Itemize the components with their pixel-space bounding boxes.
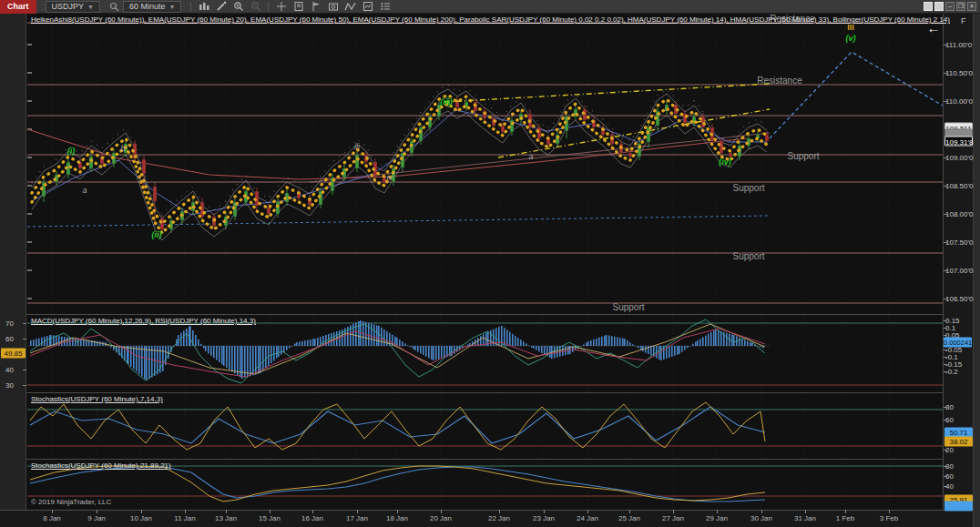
price-tick-label: 111.00'0 [945, 41, 977, 49]
resistance-label: Resistance [757, 76, 801, 86]
rsi-tick-mark [23, 370, 26, 370]
date-label: 1 Feb [836, 514, 854, 522]
zoom-out-icon[interactable] [249, 1, 262, 13]
wave-label: III [847, 23, 854, 32]
macd-tick-mark [944, 320, 947, 321]
stoch-tick-label: 80 [945, 462, 977, 471]
stoch-tick-label: 80 [945, 403, 977, 411]
pencil-icon[interactable] [214, 1, 228, 13]
stoch-tick-label: 20 [945, 446, 977, 454]
panel-icon[interactable] [361, 1, 374, 13]
stoch-tick-mark [944, 486, 947, 487]
search-icon[interactable] [107, 1, 121, 13]
macd-tick-mark [944, 328, 947, 329]
price-tick-mark [944, 299, 947, 299]
crosshair-icon[interactable] [274, 1, 288, 13]
date-tick-mark [673, 510, 674, 513]
macd-tick-mark [944, 335, 947, 336]
minimize-button[interactable]: – [945, 2, 954, 11]
main-price-panel[interactable] [27, 15, 943, 314]
date-tick-mark [587, 510, 588, 513]
date-label: 23 Jan [533, 514, 555, 522]
instrument-select[interactable]: USDJPY ▼ [46, 1, 100, 13]
stoch-value-tag: 38.02 [944, 437, 973, 447]
rsi-tick-mark [23, 323, 26, 324]
support-label: Support [732, 183, 764, 193]
macd-rsi-panel[interactable] [27, 315, 943, 392]
macd-tick-mark [944, 357, 947, 358]
wave-label: a [528, 152, 533, 161]
date-label: 13 Jan [215, 514, 237, 522]
stoch-tick-mark [944, 466, 947, 467]
price-tag: 109.31'8 [944, 137, 973, 147]
price-tick-mark [944, 45, 947, 46]
date-label: 18 Jan [386, 514, 408, 522]
date-tick-mark [717, 510, 718, 513]
date-label: 15 Jan [259, 514, 281, 522]
price-tick-label: 107.00'0 [945, 267, 977, 275]
price-tick-label: 107.50'0 [945, 238, 977, 247]
date-tick-mark [141, 510, 142, 513]
interval-select[interactable]: 60 Minute ▼ [123, 1, 181, 13]
rsi-tick-mark [23, 385, 26, 386]
wave-label: iii [354, 142, 360, 151]
stoch-tick-label: 40 [945, 482, 977, 491]
wave-label: (i) [67, 147, 76, 156]
date-label: 24 Jan [577, 514, 598, 522]
date-tick-mark [270, 510, 271, 513]
chevron-down-icon: ▼ [87, 4, 94, 10]
panel-button[interactable] [924, 2, 933, 11]
main-indicator-label[interactable]: HeikenAshi8(USDJPY (60 Minute)), EMA(USD… [31, 15, 950, 24]
toolbar: Chart USDJPY ▼ 60 Minute ▼ [0, 0, 980, 14]
wave-label: a [82, 186, 87, 195]
stoch-value-tag [944, 502, 973, 512]
chart-style-icon[interactable] [197, 1, 210, 13]
price-tick-label: 106.50'0 [945, 295, 977, 303]
date-label: 11 Jan [174, 514, 195, 522]
stoch1-indicator-label[interactable]: Stochastics(USDJPY (60 Minute),7,14,3) [31, 395, 163, 403]
date-tick-mark [544, 510, 545, 513]
ninjatrader-chart-window: Chart USDJPY ▼ 60 Minute ▼ [0, 0, 980, 527]
date-tick-mark [312, 510, 313, 513]
stochastics1-panel[interactable] [27, 393, 943, 459]
macd-tick-label: -0.2 [945, 368, 977, 376]
date-tick-mark [845, 510, 846, 513]
date-label: 25 Jan [618, 514, 640, 522]
panel-divider[interactable] [26, 459, 944, 460]
date-label: 8 Jan [43, 514, 61, 522]
price-tick-mark [944, 186, 947, 187]
date-label: 17 Jan [346, 514, 368, 522]
panel-divider[interactable] [26, 392, 944, 393]
list-icon[interactable] [378, 1, 392, 13]
price-tick-label: 110.50'0 [945, 69, 977, 77]
price-tick-mark [944, 157, 947, 158]
chart-tab[interactable]: Chart [0, 0, 36, 14]
rsi-tick-label: 70 [5, 319, 14, 328]
macd-indicator-label[interactable]: MACD(USDJPY (60 Minute),12,26,9), RSI(US… [31, 317, 256, 325]
price-tick-label: 108.50'0 [945, 182, 977, 190]
left-margin-strip [0, 14, 26, 510]
date-label: 22 Jan [488, 514, 510, 522]
date-label: 20 Jan [430, 514, 452, 522]
snapshot-icon[interactable] [326, 1, 340, 13]
wave-icon[interactable] [343, 1, 357, 13]
date-tick-mark [761, 510, 762, 513]
toolbar-separator [190, 2, 191, 12]
flag-icon[interactable] [309, 1, 322, 13]
stoch-tick-label: 60 [945, 416, 977, 424]
interval-value: 60 Minute [129, 2, 166, 11]
panel-button[interactable] [934, 2, 944, 11]
macd-tick-mark [944, 350, 947, 350]
date-label: 31 Jan [794, 514, 816, 522]
price-tick-label: 108.00'0 [945, 210, 977, 218]
zoom-in-icon[interactable] [231, 1, 245, 13]
support-label: Support [612, 302, 644, 312]
rsi-tick-label: 30 [5, 381, 14, 390]
panel-divider[interactable] [26, 314, 944, 315]
close-button[interactable]: × [967, 2, 976, 11]
stoch2-indicator-label[interactable]: Stochastics(USDJPY (60 Minute),21,89,21) [31, 461, 171, 470]
data-series-icon[interactable] [291, 1, 305, 13]
macd-tick-mark [944, 364, 947, 365]
stoch-tick-mark [944, 407, 947, 408]
restore-button[interactable]: ❐ [956, 2, 965, 11]
